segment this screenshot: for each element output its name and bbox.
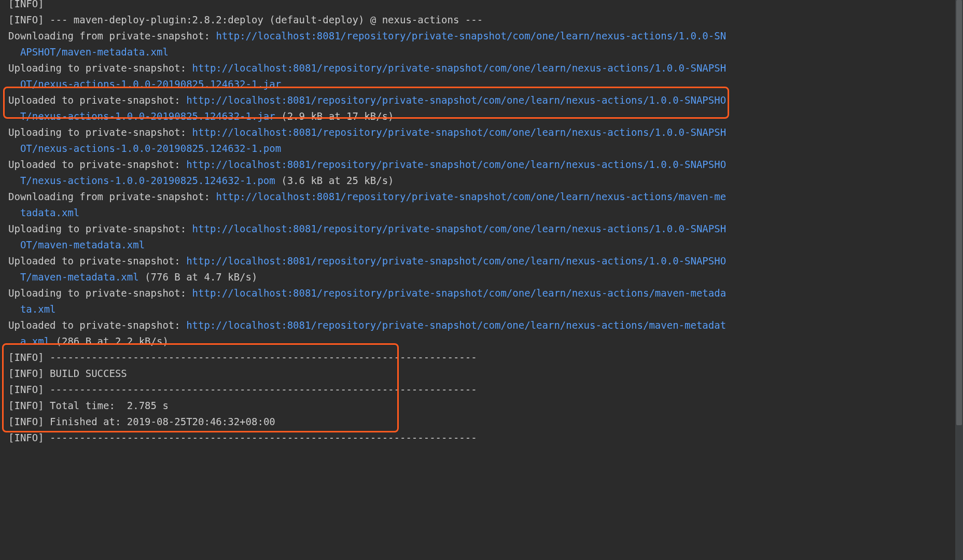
log-line: [INFO] Finished at: 2019-08-25T20:46:32+… (8, 414, 729, 430)
log-text: Uploaded to private-snapshot: (8, 319, 186, 331)
log-line: Uploaded to private-snapshot: http://loc… (8, 317, 729, 349)
log-text: [INFO] --- maven-deploy-plugin:2.8.2:dep… (8, 14, 483, 25)
scrollbar-thumb[interactable] (956, 0, 962, 425)
log-text: [INFO] BUILD SUCCESS (8, 368, 127, 379)
log-line: [INFO] --- maven-deploy-plugin:2.8.2:dep… (8, 12, 729, 28)
log-text: Uploading to private-snapshot: (8, 127, 192, 138)
log-text: Uploading to private-snapshot: (8, 62, 192, 74)
log-text: Downloading from private-snapshot: (8, 30, 216, 41)
log-text: [INFO] ---------------------------------… (8, 384, 477, 395)
log-text: (2.9 kB at 17 kB/s) (275, 110, 394, 122)
log-line: [INFO] ---------------------------------… (8, 382, 729, 398)
log-text: [INFO] Finished at: 2019-08-25T20:46:32+… (8, 416, 275, 427)
log-text: [INFO] ---------------------------------… (8, 352, 477, 363)
log-text: Uploaded to private-snapshot: (8, 255, 186, 267)
log-text: (3.6 kB at 25 kB/s) (275, 175, 394, 186)
log-line: [INFO] ---------------------------------… (8, 349, 729, 366)
log-text: [INFO] Total time: 2.785 s (8, 400, 169, 411)
log-text: Uploaded to private-snapshot: (8, 94, 186, 106)
log-line: Uploading to private-snapshot: http://lo… (8, 124, 729, 157)
log-text: [INFO] (8, 0, 44, 9)
log-line: [INFO] (8, 0, 729, 12)
log-text: Uploaded to private-snapshot: (8, 159, 186, 170)
terminal-output[interactable]: [INFO][INFO] --- maven-deploy-plugin:2.8… (0, 0, 737, 446)
log-line: Uploading to private-snapshot: http://lo… (8, 60, 729, 92)
log-text: (286 B at 2.2 kB/s) (50, 335, 169, 347)
log-text: Downloading from private-snapshot: (8, 191, 216, 202)
log-line: Uploaded to private-snapshot: http://loc… (8, 253, 729, 285)
log-text: Uploading to private-snapshot: (8, 223, 192, 234)
log-line: Downloading from private-snapshot: http:… (8, 189, 729, 221)
log-text: (776 B at 4.7 kB/s) (139, 271, 258, 283)
log-line: [INFO] BUILD SUCCESS (8, 366, 729, 382)
log-line: Uploading to private-snapshot: http://lo… (8, 221, 729, 253)
log-text: [INFO] ---------------------------------… (8, 432, 477, 443)
log-line: Uploaded to private-snapshot: http://loc… (8, 92, 729, 124)
log-text: Uploading to private-snapshot: (8, 287, 192, 299)
log-line: Uploading to private-snapshot: http://lo… (8, 285, 729, 317)
log-line: Uploaded to private-snapshot: http://loc… (8, 157, 729, 189)
log-line: [INFO] ---------------------------------… (8, 430, 729, 446)
log-line: Downloading from private-snapshot: http:… (8, 28, 729, 60)
scrollbar-track[interactable] (955, 0, 963, 560)
terminal-viewport: [INFO][INFO] --- maven-deploy-plugin:2.8… (0, 0, 963, 560)
log-line: [INFO] Total time: 2.785 s (8, 398, 729, 414)
